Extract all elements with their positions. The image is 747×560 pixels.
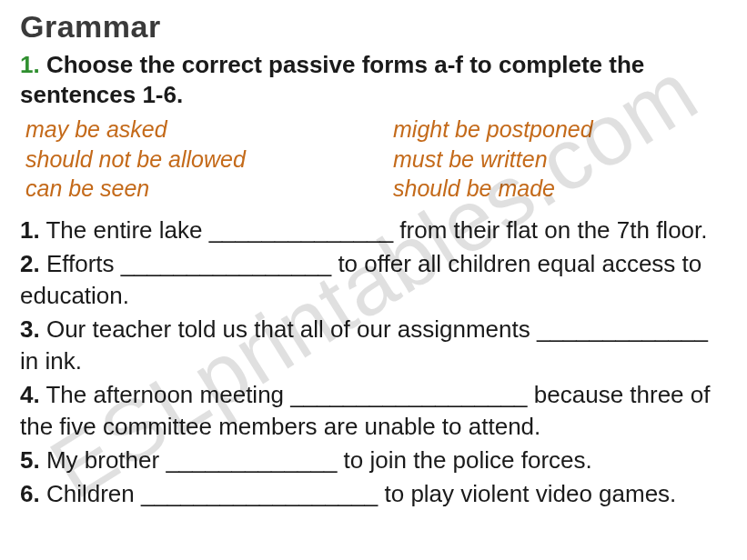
blank-field[interactable]: ______________ — [209, 216, 393, 244]
sentence-number: 3. — [20, 315, 40, 343]
sentence-number: 6. — [20, 480, 40, 507]
sentence-row: 2. Efforts ________________ to offer all… — [20, 248, 727, 312]
sentence-row: 4. The afternoon meeting _______________… — [20, 379, 727, 443]
option-item: should be made — [393, 174, 732, 204]
sentence-text-before: The afternoon meeting — [40, 381, 291, 408]
option-item: should not be allowed — [25, 145, 393, 175]
options-column-1: may be asked should not be allowed can b… — [20, 115, 393, 204]
sentence-row: 5. My brother _____________ to join the … — [20, 445, 727, 476]
sentence-text-before: My brother — [40, 446, 167, 474]
sentence-text-after: to play violent video games. — [378, 480, 676, 507]
instruction-line: 1. Choose the correct passive forms a-f … — [20, 50, 727, 109]
sentence-text-after: from their flat on the 7th floor. — [393, 216, 707, 244]
sentence-text-before: Children — [40, 480, 141, 507]
options-column-2: might be postponed must be written shoul… — [393, 115, 732, 204]
instruction-number: 1. — [20, 51, 40, 78]
sentence-text-before: Our teacher told us that all of our assi… — [40, 315, 537, 343]
sentence-row: 6. Children __________________ to play v… — [20, 478, 727, 510]
sentence-text-before: The entire lake — [40, 216, 209, 244]
blank-field[interactable]: __________________ — [141, 480, 378, 507]
sentence-number: 5. — [20, 446, 40, 474]
worksheet-page: ESLprintables.com Grammar 1. Choose the … — [0, 0, 747, 560]
option-item: might be postponed — [393, 115, 732, 145]
blank-field[interactable]: _____________ — [537, 315, 708, 343]
sentence-number: 4. — [20, 381, 40, 408]
sentence-row: 1. The entire lake ______________ from t… — [20, 215, 727, 246]
blank-field[interactable]: _____________ — [166, 446, 337, 474]
section-title: Grammar — [20, 9, 727, 45]
blank-field[interactable]: ________________ — [121, 250, 331, 277]
blank-field[interactable]: __________________ — [290, 381, 527, 408]
sentence-text-after: in ink. — [20, 347, 82, 375]
option-item: may be asked — [25, 115, 393, 145]
option-item: can be seen — [25, 174, 393, 204]
sentence-number: 2. — [20, 250, 40, 277]
sentences-block: 1. The entire lake ______________ from t… — [20, 215, 727, 511]
option-item: must be written — [393, 145, 732, 175]
sentence-text-before: Efforts — [40, 250, 121, 277]
instruction-text: Choose the correct passive forms a-f to … — [20, 51, 644, 108]
sentence-row: 3. Our teacher told us that all of our a… — [20, 314, 727, 377]
sentence-number: 1. — [20, 216, 40, 244]
options-box: may be asked should not be allowed can b… — [20, 115, 727, 204]
sentence-text-after: to join the police forces. — [337, 446, 591, 474]
